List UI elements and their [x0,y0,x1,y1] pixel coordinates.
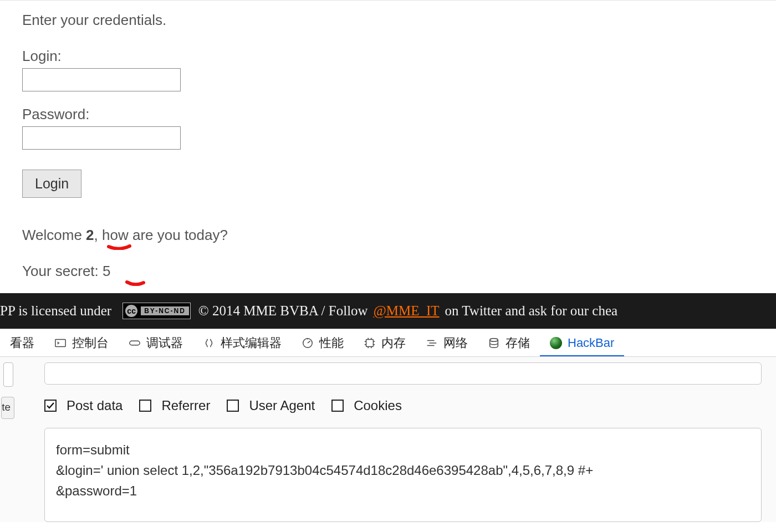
welcome-suffix: , how are you today? [94,227,228,243]
login-field-group: Login: [22,48,754,91]
footer-twitter-link[interactable]: @MME_IT [374,303,440,319]
tab-inspector[interactable]: 看器 [0,329,44,357]
annotation-underline-icon [107,244,131,250]
devtools-panel: 看器 控制台 调试器 样式编辑器 性能 内存 网络 存储 [0,329,776,522]
tab-storage[interactable]: 存储 [478,329,540,357]
debugger-icon [129,337,141,349]
tab-network-label: 网络 [443,335,468,351]
login-form-area: Enter your credentials. Login: Password:… [0,1,776,280]
tab-network[interactable]: 网络 [416,329,478,357]
hackbar-icon [550,337,562,349]
side-button-te[interactable]: te [1,397,14,419]
useragent-label: User Agent [249,398,315,413]
secret-prefix: Your secret: [22,263,103,279]
payload-line-1: &login=' union select 1,2,"356a192b7913b… [56,460,750,480]
welcome-value: 2 [86,227,94,243]
postdata-checkbox[interactable] [44,400,57,412]
welcome-prefix: Welcome [22,227,86,243]
url-bar[interactable] [44,362,762,385]
tab-hackbar[interactable]: HackBar [540,329,624,357]
login-label: Login: [22,48,754,65]
svg-rect-0 [55,339,65,346]
side-handle[interactable] [3,362,13,387]
tab-debugger[interactable]: 调试器 [119,329,193,357]
style-editor-icon [203,337,215,349]
tab-storage-label: 存储 [506,335,530,351]
password-field-group: Password: [22,106,754,150]
console-icon [54,337,67,349]
payload-line-0: form=submit [56,439,750,460]
svg-point-4 [490,338,498,341]
tab-style-editor[interactable]: 样式编辑器 [193,329,292,357]
tab-memory[interactable]: 内存 [354,329,416,357]
welcome-message: Welcome 2, how are you today? [22,227,754,244]
login-input[interactable] [22,68,181,91]
tab-inspector-label: 看器 [10,335,34,351]
footer-text-license: PP is licensed under [0,303,111,319]
credentials-prompt: Enter your credentials. [22,12,754,29]
devtools-tabbar: 看器 控制台 调试器 样式编辑器 性能 内存 网络 存储 [0,329,776,357]
memory-icon [364,337,376,349]
performance-icon [302,337,314,349]
cookies-label: Cookies [354,398,402,413]
footer-text-mid: © 2014 MME BVBA / Follow [198,303,368,319]
postdata-label: Post data [67,398,122,413]
payload-line-2: &password=1 [56,480,750,501]
tab-performance-label: 性能 [319,335,344,351]
footer-text-post: on Twitter and ask for our chea [445,303,618,319]
tab-console[interactable]: 控制台 [44,329,119,357]
referrer-checkbox[interactable] [139,400,151,412]
hackbar-options-row: Post data Referrer User Agent Cookies [44,398,776,413]
password-input[interactable] [22,126,181,150]
postdata-textarea[interactable]: form=submit &login=' union select 1,2,"3… [44,428,762,522]
useragent-checkbox[interactable] [227,400,239,412]
network-icon [426,337,438,349]
svg-rect-3 [366,339,374,346]
tab-debugger-label: 调试器 [146,335,183,351]
devtools-left-column: te [0,357,17,522]
password-label: Password: [22,106,754,123]
svg-rect-1 [130,341,140,345]
referrer-label: Referrer [161,398,210,413]
tab-memory-label: 内存 [381,335,406,351]
secret-message: Your secret: 5 [22,263,754,280]
tab-hackbar-label: HackBar [568,336,614,350]
login-button[interactable]: Login [22,170,81,198]
hackbar-body: Post data Referrer User Agent Cookies fo… [17,357,776,522]
tab-performance[interactable]: 性能 [292,329,354,357]
cc-license-text: BY-NC-ND [141,306,189,315]
tab-style-editor-label: 样式编辑器 [221,335,282,351]
secret-value: 5 [103,263,110,279]
annotation-underline-icon [125,280,145,286]
storage-icon [488,337,500,349]
tab-console-label: 控制台 [72,335,109,351]
cc-license-badge-icon: cc BY-NC-ND [122,303,191,319]
footer-bar: PP is licensed under cc BY-NC-ND © 2014 … [0,293,776,329]
cookies-checkbox[interactable] [331,400,344,412]
cc-symbol: cc [125,305,137,317]
